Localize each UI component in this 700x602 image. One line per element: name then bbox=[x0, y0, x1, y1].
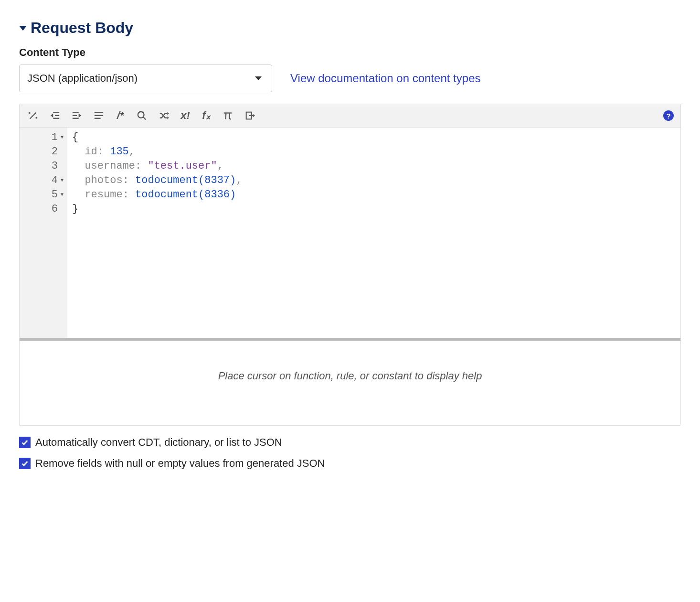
help-icon[interactable]: ? bbox=[663, 110, 674, 121]
shuffle-icon[interactable] bbox=[157, 109, 170, 122]
svg-rect-12 bbox=[73, 118, 79, 119]
search-icon[interactable] bbox=[135, 109, 148, 122]
svg-marker-9 bbox=[51, 113, 53, 118]
svg-rect-16 bbox=[95, 118, 101, 119]
svg-line-0 bbox=[30, 113, 36, 119]
code-token: username bbox=[85, 160, 135, 172]
remove-null-label: Remove fields with null or empty values … bbox=[35, 457, 325, 470]
hint-area: Place cursor on function, rule, or const… bbox=[20, 341, 680, 425]
editor-gutter: 1▼ 2▼ 3▼ 4▼ 5▼ 6▼ bbox=[20, 128, 67, 338]
content-type-select[interactable]: JSON (application/json) bbox=[19, 64, 272, 92]
code-token: { bbox=[72, 131, 78, 143]
code-token: : bbox=[97, 146, 104, 158]
code-token: photos bbox=[85, 174, 122, 186]
remove-null-row: Remove fields with null or empty values … bbox=[19, 457, 681, 470]
checkmark-icon bbox=[21, 439, 29, 446]
code-token: todocument bbox=[135, 189, 198, 201]
indent-icon[interactable] bbox=[70, 109, 84, 122]
svg-line-18 bbox=[143, 117, 146, 120]
line-number: 1 bbox=[52, 130, 58, 145]
section-title: Request Body bbox=[31, 19, 133, 37]
code-token: : bbox=[135, 160, 141, 172]
fold-marker-icon[interactable]: ▼ bbox=[61, 130, 64, 145]
code-token: ( bbox=[198, 174, 204, 186]
svg-rect-7 bbox=[55, 115, 59, 116]
code-token: ( bbox=[198, 189, 204, 201]
checkmark-icon bbox=[21, 460, 29, 467]
code-token: 8337 bbox=[204, 174, 230, 186]
svg-rect-10 bbox=[73, 112, 79, 113]
code-token: , bbox=[129, 146, 135, 158]
line-number: 2 bbox=[52, 145, 58, 159]
magic-wand-icon[interactable] bbox=[26, 109, 40, 122]
line-number: 3 bbox=[52, 159, 58, 173]
svg-marker-13 bbox=[79, 113, 82, 118]
svg-marker-20 bbox=[167, 117, 169, 119]
svg-line-22 bbox=[225, 113, 226, 119]
code-token: , bbox=[236, 174, 242, 186]
code-token: ) bbox=[230, 189, 236, 201]
svg-rect-14 bbox=[95, 112, 103, 113]
chevron-down-icon[interactable] bbox=[19, 26, 27, 31]
outdent-icon[interactable] bbox=[48, 109, 62, 122]
code-token: 8336 bbox=[204, 189, 230, 201]
content-type-row: JSON (application/json) View documentati… bbox=[19, 64, 681, 92]
section-header: Request Body bbox=[19, 19, 681, 37]
code-token: } bbox=[72, 203, 78, 215]
svg-rect-8 bbox=[53, 118, 59, 119]
code-editor[interactable]: 1▼ 2▼ 3▼ 4▼ 5▼ 6▼ { id: 135, username: "… bbox=[20, 128, 680, 338]
code-token: todocument bbox=[135, 174, 198, 186]
pi-icon[interactable] bbox=[221, 109, 234, 122]
content-type-label: Content Type bbox=[19, 46, 681, 59]
line-number: 4 bbox=[52, 173, 58, 188]
export-icon[interactable] bbox=[243, 109, 256, 122]
content-types-doc-link[interactable]: View documentation on content types bbox=[290, 72, 480, 85]
content-type-select-wrap: JSON (application/json) bbox=[19, 64, 272, 92]
code-token: 135 bbox=[110, 146, 129, 158]
line-number: 6 bbox=[52, 202, 58, 216]
fold-marker-icon[interactable]: ▼ bbox=[61, 173, 64, 188]
svg-point-17 bbox=[138, 112, 144, 118]
auto-convert-checkbox[interactable] bbox=[19, 437, 31, 448]
x-excl-button[interactable]: x! bbox=[179, 109, 191, 122]
remove-null-checkbox[interactable] bbox=[19, 458, 31, 469]
svg-marker-25 bbox=[253, 114, 255, 117]
code-token: id bbox=[85, 146, 97, 158]
auto-convert-row: Automatically convert CDT, dictionary, o… bbox=[19, 436, 681, 449]
code-token: ) bbox=[230, 174, 236, 186]
comment-toggle-button[interactable]: /* bbox=[114, 109, 127, 122]
svg-rect-6 bbox=[53, 112, 59, 113]
auto-convert-label: Automatically convert CDT, dictionary, o… bbox=[35, 436, 282, 449]
svg-rect-15 bbox=[95, 115, 103, 116]
align-icon[interactable] bbox=[92, 109, 106, 122]
line-number: 5 bbox=[52, 188, 58, 202]
content-type-selected-value: JSON (application/json) bbox=[27, 72, 138, 85]
editor-container: /* x! fₓ bbox=[19, 104, 681, 426]
svg-point-1 bbox=[35, 112, 36, 114]
svg-rect-11 bbox=[73, 115, 77, 116]
editor-toolbar: /* x! fₓ bbox=[20, 104, 680, 128]
code-content[interactable]: { id: 135, username: "test.user", photos… bbox=[67, 128, 680, 338]
fold-marker-icon[interactable]: ▼ bbox=[61, 188, 64, 202]
code-token: "test.user" bbox=[148, 160, 217, 172]
svg-marker-19 bbox=[167, 112, 169, 115]
help-hint-text: Place cursor on function, rule, or const… bbox=[218, 370, 482, 382]
code-token: : bbox=[123, 174, 129, 186]
code-token: , bbox=[217, 160, 223, 172]
fx-button[interactable]: fₓ bbox=[200, 109, 212, 122]
code-token: : bbox=[123, 189, 129, 201]
code-token: resume bbox=[85, 189, 122, 201]
